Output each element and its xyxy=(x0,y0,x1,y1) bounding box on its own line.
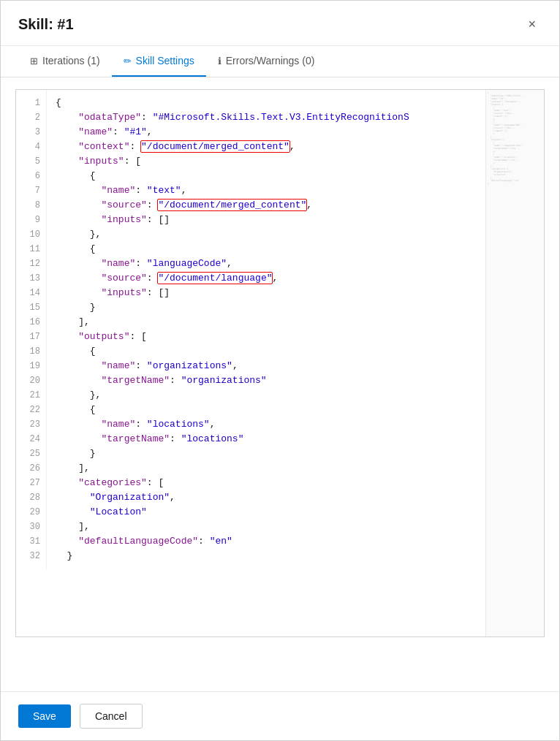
code-line: "context": "/document/merged_content", xyxy=(56,140,544,154)
line-number: 8 xyxy=(16,198,46,213)
line-numbers: 1234567891011121314151617181920212223242… xyxy=(16,90,47,569)
line-number: 17 xyxy=(16,330,46,344)
line-number: 27 xyxy=(16,476,46,490)
code-line: "defaultLanguageCode": "en" xyxy=(56,534,544,549)
code-line: "name": "organizations", xyxy=(56,359,544,373)
line-number: 12 xyxy=(16,256,46,271)
tab-bar: ⊞ Iterations (1) ✏ Skill Settings ℹ Erro… xyxy=(1,46,559,77)
line-number: 24 xyxy=(16,432,46,446)
line-number: 6 xyxy=(16,169,46,183)
code-line: "name": "languageCode", xyxy=(56,256,544,271)
code-line: { xyxy=(56,403,544,417)
code-line: "targetName": "locations" xyxy=(56,432,544,446)
line-number: 29 xyxy=(16,505,46,520)
code-line: "targetName": "organizations" xyxy=(56,373,544,388)
line-number: 25 xyxy=(16,446,46,461)
line-number: 32 xyxy=(16,549,46,563)
tab-skill-settings-label: Skill Settings xyxy=(136,55,194,66)
code-content: { "odataType": "#Microsoft.Skills.Text.V… xyxy=(47,90,544,569)
dialog-footer: Save Cancel xyxy=(1,691,559,740)
line-number: 4 xyxy=(16,140,46,154)
close-button[interactable]: × xyxy=(522,14,542,35)
dialog-title: Skill: #1 xyxy=(18,16,74,33)
code-line: "name": "text", xyxy=(56,183,544,198)
line-number: 22 xyxy=(16,403,46,417)
minimap: { "odataType":"#Microsoft... "name":"#1"… xyxy=(485,90,544,636)
code-line: ], xyxy=(56,520,544,534)
line-number: 26 xyxy=(16,461,46,476)
line-number: 30 xyxy=(16,520,46,534)
line-number: 11 xyxy=(16,242,46,256)
code-line: "categories": [ xyxy=(56,476,544,490)
code-line: ], xyxy=(56,315,544,330)
tab-errors-label: Errors/Warnings (0) xyxy=(226,55,315,66)
iterations-icon: ⊞ xyxy=(30,56,38,66)
code-line: } xyxy=(56,549,544,563)
skill-settings-icon: ✏ xyxy=(124,56,132,66)
tab-skill-settings[interactable]: ✏ Skill Settings xyxy=(112,46,206,77)
line-number: 21 xyxy=(16,388,46,403)
line-number: 1 xyxy=(16,96,46,110)
line-number: 9 xyxy=(16,213,46,227)
code-line: "source": "/document/merged_content", xyxy=(56,198,544,213)
line-number: 18 xyxy=(16,344,46,359)
line-number: 15 xyxy=(16,300,46,315)
code-line: }, xyxy=(56,388,544,403)
code-line: "source": "/document/language", xyxy=(56,271,544,286)
code-line: "inputs": [] xyxy=(56,213,544,227)
code-line: "outputs": [ xyxy=(56,330,544,344)
line-number: 16 xyxy=(16,315,46,330)
code-line: { xyxy=(56,344,544,359)
code-line: "Location" xyxy=(56,505,544,520)
code-line: ], xyxy=(56,461,544,476)
line-number: 7 xyxy=(16,183,46,198)
code-line: { xyxy=(56,96,544,110)
line-number: 20 xyxy=(16,373,46,388)
line-number: 13 xyxy=(16,271,46,286)
code-line: "name": "locations", xyxy=(56,417,544,432)
code-line: { xyxy=(56,169,544,183)
code-editor[interactable]: 1234567891011121314151617181920212223242… xyxy=(15,89,545,637)
line-number: 10 xyxy=(16,227,46,242)
code-line: } xyxy=(56,446,544,461)
tab-iterations-label: Iterations (1) xyxy=(42,55,100,66)
code-line: } xyxy=(56,300,544,315)
tab-errors[interactable]: ℹ Errors/Warnings (0) xyxy=(206,46,327,77)
code-line: "Organization", xyxy=(56,490,544,505)
line-number: 3 xyxy=(16,125,46,140)
skill-dialog: Skill: #1 × ⊞ Iterations (1) ✏ Skill Set… xyxy=(0,0,560,741)
content-area: 1234567891011121314151617181920212223242… xyxy=(1,77,559,691)
line-number: 2 xyxy=(16,110,46,125)
line-number: 5 xyxy=(16,154,46,169)
line-number: 19 xyxy=(16,359,46,373)
code-line: "inputs": [ xyxy=(56,154,544,169)
code-line: "odataType": "#Microsoft.Skills.Text.V3.… xyxy=(56,110,544,125)
errors-icon: ℹ xyxy=(218,56,222,66)
tab-iterations[interactable]: ⊞ Iterations (1) xyxy=(18,46,112,77)
code-line: { xyxy=(56,242,544,256)
cancel-button[interactable]: Cancel xyxy=(80,704,143,729)
code-line: "name": "#1", xyxy=(56,125,544,140)
line-number: 23 xyxy=(16,417,46,432)
save-button[interactable]: Save xyxy=(18,704,71,728)
line-number: 31 xyxy=(16,534,46,549)
code-line: }, xyxy=(56,227,544,242)
dialog-header: Skill: #1 × xyxy=(1,1,559,46)
code-line: "inputs": [] xyxy=(56,286,544,300)
line-number: 14 xyxy=(16,286,46,300)
line-number: 28 xyxy=(16,490,46,505)
